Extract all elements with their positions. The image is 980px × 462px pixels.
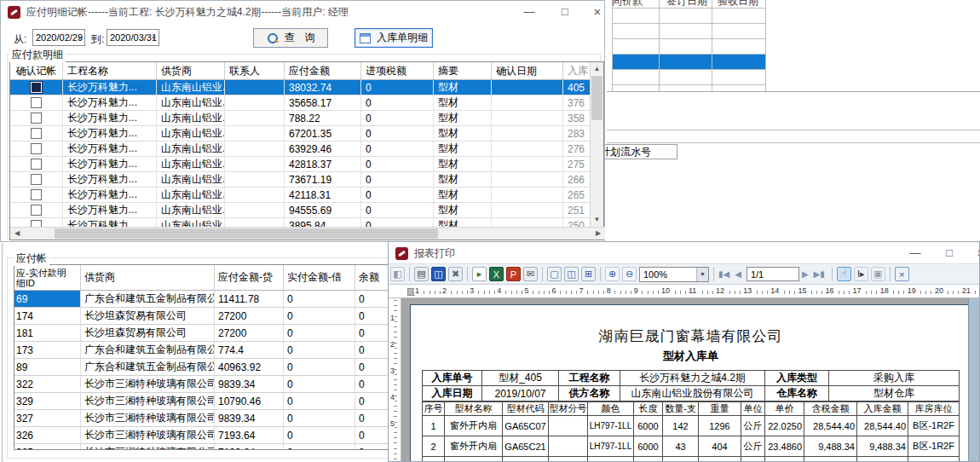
payable-account-row[interactable]: 181长沙坦森贸易有限公司2720000: [14, 325, 389, 342]
maximize-button[interactable]: □: [943, 246, 956, 260]
cell: 0: [284, 308, 355, 324]
payable-detail-row[interactable]: 长沙万科魅力...山东南山铝业...42118.310型材265: [10, 188, 603, 203]
scrollbar-thumb[interactable]: [591, 76, 602, 120]
scroll-left-icon[interactable]: ◀: [11, 228, 23, 240]
cell: [492, 95, 563, 110]
scrollbar-thumb[interactable]: [55, 228, 438, 239]
cell: 142: [663, 416, 699, 436]
bg-selected-row[interactable]: [613, 54, 765, 69]
payable-detail-row[interactable]: 长沙万科魅力...山东南山铝业...63929.460型材276: [10, 141, 603, 157]
export-icon[interactable]: ▸: [472, 267, 487, 281]
cell: 283: [563, 126, 591, 141]
titlebar[interactable]: 应付明细记帐------当前工程: 长沙万科魅力之城4.2期------当前用户…: [1, 1, 604, 23]
print-icon[interactable]: ▤: [414, 267, 429, 281]
payable-account-row[interactable]: 327长沙市三湘特种玻璃有限公司9839.3400: [14, 410, 389, 427]
excel-icon[interactable]: X: [489, 267, 504, 281]
close-preview-button[interactable]: ×: [895, 267, 909, 281]
minimize-button[interactable]: —: [908, 246, 922, 260]
prev-page-button[interactable]: ◀: [735, 269, 741, 279]
payable-detail-row[interactable]: 长沙万科魅力...山东南山铝业...42818.370型材275: [10, 157, 603, 172]
zoom-in-icon[interactable]: ⊕: [605, 267, 620, 281]
ruler-number: 9: [633, 286, 639, 295]
payable-account-row[interactable]: 322长沙市三湘特种玻璃有限公司9839.3400: [14, 376, 389, 393]
next-page-button[interactable]: ▶: [802, 269, 809, 279]
last-page-button[interactable]: ▶▮: [814, 269, 825, 279]
page-number-input[interactable]: 1/1: [747, 267, 799, 281]
column-header: 确认记帐: [10, 62, 63, 79]
hand-tool-button[interactable]: ☝: [837, 267, 851, 281]
column-header: 实付金额-借: [284, 265, 355, 290]
close-button[interactable]: ×: [591, 5, 604, 19]
payable-account-row[interactable]: 326长沙市三湘特种玻璃有限公司7193.6400: [14, 427, 389, 444]
confirm-checkbox[interactable]: [31, 174, 42, 185]
scroll-down-icon[interactable]: ▼: [591, 214, 603, 226]
cell: 型材: [434, 111, 492, 125]
payable-detail-row[interactable]: 长沙万科魅力...山东南山铝业...94555.690型材251: [10, 203, 603, 218]
chevron-down-icon: ▼: [77, 35, 83, 41]
confirm-checkbox[interactable]: [31, 205, 42, 216]
payable-detail-row[interactable]: 长沙万科魅力...山东南山铝业...3895.840型材250: [10, 218, 603, 227]
cell: 0: [355, 325, 389, 341]
text-select-button[interactable]: I▸: [854, 267, 868, 281]
confirm-checkbox[interactable]: [31, 143, 42, 154]
whole-page-icon[interactable]: ▢: [547, 267, 562, 281]
inbound-detail-button[interactable]: 入库单明细: [355, 28, 433, 48]
scroll-up-icon[interactable]: ▲: [591, 63, 603, 75]
pdf-icon[interactable]: P: [506, 267, 521, 281]
maximize-button[interactable]: □: [558, 5, 572, 19]
payable-detail-row[interactable]: 长沙万科魅力...山东南山铝业...67201.350型材283: [10, 126, 603, 141]
minimize-button[interactable]: —: [522, 5, 536, 19]
payable-account-row[interactable]: 173广东合和建筑五金制品有限公司774.400: [14, 342, 389, 359]
cell: 长沙市三湘特种玻璃有限公司: [81, 444, 215, 450]
confirm-checkbox[interactable]: [31, 82, 42, 93]
confirm-checkbox[interactable]: [31, 97, 42, 108]
to-date-select[interactable]: 2020/03/31 ▼: [107, 29, 159, 46]
id-cell: 327: [14, 410, 81, 426]
payable-account-row[interactable]: 89广东合和建筑五金制品有限公司40963.9200: [14, 359, 389, 376]
horizontal-scrollbar[interactable]: ◀ ▶: [10, 227, 605, 240]
cell: 266: [563, 172, 591, 187]
report-preview-area[interactable]: 12345 湖南巨晟门窗幕墙有限公司 型材入库单 入库单号型材_405工程名称长…: [389, 298, 979, 461]
design-icon[interactable]: ◧: [390, 267, 405, 281]
column-header: 颜色: [588, 402, 634, 416]
window-icon: [360, 33, 371, 43]
cell: 长沙市三湘特种玻璃有限公司: [81, 410, 215, 426]
page-width-icon[interactable]: ◫: [564, 267, 579, 281]
titlebar[interactable]: 报表打印 — □ ×: [389, 242, 979, 264]
zoom-out-icon[interactable]: ⊖: [622, 267, 637, 281]
payable-account-groupbox-label: 应付帐: [14, 251, 49, 266]
vertical-scrollbar[interactable]: ▲ ▼: [590, 62, 603, 227]
book-preview-icon[interactable]: ◫: [431, 267, 446, 281]
payable-detail-row[interactable]: 长沙万科魅力...山东南山铝业...788.220型材358: [10, 111, 603, 126]
settings-icon[interactable]: ✖: [448, 267, 463, 281]
query-button[interactable]: 查 询: [253, 28, 328, 48]
multi-page-icon[interactable]: ⊞: [581, 267, 596, 281]
column-header: 单位: [741, 402, 765, 416]
to-date-value: 2020/03/31: [110, 32, 157, 43]
confirm-checkbox[interactable]: [31, 220, 42, 227]
first-page-button[interactable]: ▮◀: [718, 269, 729, 279]
field-label: 工程名称: [559, 371, 620, 386]
form-header-table: 入库单号型材_405工程名称长沙万科魅力之城4.2期入库类型采购入库入库日期20…: [422, 370, 960, 401]
scroll-right-icon[interactable]: ▶: [592, 228, 604, 240]
copy-page-button[interactable]: ▣: [871, 267, 885, 281]
payable-account-row[interactable]: 329长沙市三湘特种玻璃有限公司10790.4600: [14, 393, 389, 410]
payable-account-row[interactable]: 69广东合和建筑五金制品有限公司11411.7800: [14, 291, 389, 308]
confirm-checkbox[interactable]: [31, 128, 42, 139]
confirm-checkbox[interactable]: [31, 159, 42, 170]
payable-account-row[interactable]: 325长沙市三湘特种玻璃有限公司7193.6400: [14, 444, 389, 450]
payable-detail-row[interactable]: 长沙万科魅力...山东南山铝业...35658.170型材376: [10, 95, 603, 111]
from-date-select[interactable]: 2020/02/29 ▼: [32, 29, 85, 46]
payable-account-row[interactable]: 174长沙坦森贸易有限公司2720000: [14, 308, 389, 325]
confirm-checkbox[interactable]: [31, 113, 42, 124]
cell: 型材: [434, 80, 492, 95]
close-button[interactable]: ×: [974, 246, 980, 260]
chevron-down-icon[interactable]: ▼: [696, 268, 708, 281]
preview-scrollbar[interactable]: [968, 298, 979, 461]
confirm-checkbox[interactable]: [31, 189, 42, 200]
mail-icon[interactable]: ✉: [523, 267, 538, 281]
payable-detail-row[interactable]: 长沙万科魅力...山东南山铝业...38032.740型材405: [10, 80, 603, 95]
zoom-select[interactable]: 100%▼: [639, 267, 709, 282]
field-label: 入库日期: [423, 386, 482, 401]
payable-detail-row[interactable]: 长沙万科魅力...山东南山铝业...73671.190型材266: [10, 172, 603, 188]
